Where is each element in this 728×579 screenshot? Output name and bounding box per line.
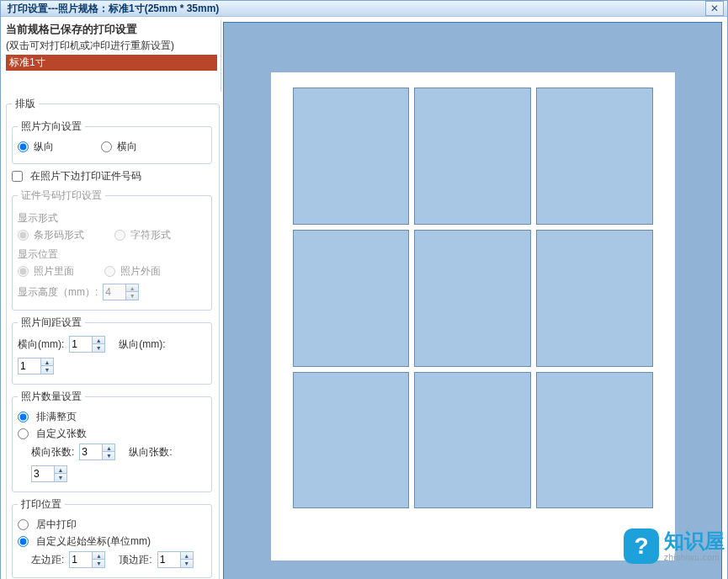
count-full-label[interactable]: 排满整页 — [36, 410, 77, 424]
count-full-radio[interactable] — [18, 412, 29, 422]
print-code-label[interactable]: 在照片下边打印证件号码 — [30, 169, 141, 183]
orientation-legend: 照片方向设置 — [18, 120, 85, 134]
spinner-down-icon[interactable]: ▼ — [93, 560, 104, 567]
spinner-down-icon[interactable]: ▼ — [41, 366, 53, 374]
orientation-landscape-label[interactable]: 横向 — [117, 140, 137, 154]
preview-panel — [221, 17, 727, 579]
position-center-label[interactable]: 居中打印 — [36, 518, 77, 532]
textform-label: 字符形式 — [130, 228, 171, 242]
watermark: ? 知识屋 zhishiwu.com — [624, 529, 725, 564]
spinner-down-icon[interactable]: ▼ — [181, 560, 193, 567]
position-top-input[interactable] — [158, 554, 180, 566]
close-icon: ✕ — [710, 3, 719, 14]
photo-cell — [293, 372, 410, 509]
position-group: 打印位置 居中打印 自定义起始坐标(单位mm) 左边距: ▲▼ 顶边距: ▲▼ — [12, 497, 212, 578]
print-settings-window: 打印设置---照片规格：标准1寸(25mm * 35mm) ✕ 当前规格已保存的… — [0, 0, 728, 579]
photo-cell — [293, 230, 410, 367]
spinner-up-icon[interactable]: ▲ — [181, 552, 193, 560]
spacing-v-input[interactable] — [19, 360, 40, 372]
display-height-spinner: ▲▼ — [103, 284, 139, 300]
count-h-label: 横向张数: — [31, 445, 74, 459]
close-button[interactable]: ✕ — [705, 1, 724, 16]
photo-cell — [536, 88, 653, 225]
print-code-checkbox[interactable] — [12, 171, 23, 182]
position-left-label: 左边距: — [31, 553, 64, 567]
count-group: 照片数量设置 排满整页 自定义张数 横向张数: ▲▼ 纵向张数: ▲▼ — [12, 390, 212, 492]
saved-item-selected[interactable]: 标准1寸 — [6, 55, 217, 71]
spinner-down-icon[interactable]: ▼ — [55, 474, 66, 481]
position-top-spinner[interactable]: ▲▼ — [157, 551, 194, 568]
layout-group: 排版 照片方向设置 纵向 横向 — [6, 97, 220, 579]
inside-label: 照片里面 — [34, 264, 74, 279]
spacing-v-label: 纵向(mm): — [119, 337, 165, 352]
spacing-h-label: 横向(mm): — [18, 337, 64, 352]
saved-settings-header: 当前规格已保存的打印设置 — [6, 20, 217, 39]
spinner-up-icon[interactable]: ▲ — [55, 466, 66, 474]
display-form-legend: 显示形式 — [18, 211, 206, 226]
position-custom-radio[interactable] — [18, 536, 29, 547]
count-h-input[interactable] — [80, 446, 102, 458]
watermark-cn: 知识屋 — [664, 530, 725, 552]
count-h-spinner[interactable]: ▲▼ — [79, 444, 115, 460]
count-legend: 照片数量设置 — [18, 390, 85, 404]
photo-cell — [414, 88, 531, 225]
orientation-landscape-radio[interactable] — [101, 141, 112, 152]
display-pos-legend: 显示位置 — [18, 247, 206, 262]
orientation-portrait-label[interactable]: 纵向 — [34, 140, 54, 154]
position-top-label: 顶边距: — [119, 553, 151, 567]
count-custom-label[interactable]: 自定义张数 — [36, 427, 87, 441]
count-v-spinner[interactable]: ▲▼ — [31, 465, 67, 482]
photo-cell — [414, 230, 531, 367]
code-settings-legend: 证件号码打印设置 — [18, 189, 105, 203]
spacing-h-spinner[interactable]: ▲▼ — [69, 336, 105, 353]
position-left-input[interactable] — [70, 554, 92, 566]
photo-cell — [293, 88, 410, 225]
photo-cell — [536, 230, 653, 367]
spinner-up-icon[interactable]: ▲ — [103, 444, 114, 452]
spacing-legend: 照片间距设置 — [18, 316, 85, 330]
orientation-group: 照片方向设置 纵向 横向 — [12, 120, 212, 164]
preview-frame — [223, 22, 722, 579]
count-v-input[interactable] — [32, 468, 54, 480]
photo-grid — [293, 88, 653, 508]
position-left-spinner[interactable]: ▲▼ — [69, 551, 105, 568]
photo-cell — [414, 372, 531, 509]
spinner-up-icon[interactable]: ▲ — [93, 552, 104, 560]
spinner-down-icon[interactable]: ▼ — [93, 344, 104, 352]
display-height-input — [104, 286, 125, 298]
display-height-label: 显示高度（mm）: — [18, 285, 98, 300]
saved-settings-list[interactable]: 标准1寸 — [6, 55, 217, 92]
spinner-up-icon[interactable]: ▲ — [41, 359, 53, 366]
photo-cell — [536, 372, 653, 509]
spacing-group: 照片间距设置 横向(mm): ▲▼ 纵向(mm): ▲▼ — [12, 316, 212, 385]
spinner-down-icon: ▼ — [126, 292, 138, 300]
spinner-up-icon[interactable]: ▲ — [93, 337, 104, 344]
position-custom-label[interactable]: 自定义起始坐标(单位mm) — [36, 534, 151, 549]
layout-legend: 排版 — [12, 97, 39, 111]
outside-radio — [104, 266, 115, 277]
spacing-v-spinner[interactable]: ▲▼ — [18, 358, 54, 374]
watermark-py: zhishiwu.com — [664, 553, 725, 562]
barcode-label: 条形码形式 — [34, 228, 84, 242]
textform-radio — [114, 230, 125, 241]
spinner-up-icon: ▲ — [126, 284, 138, 292]
content-area: 当前规格已保存的打印设置 (双击可对打印机或冲印进行重新设置) 标准1寸 排版 … — [1, 17, 727, 579]
barcode-radio — [18, 230, 29, 241]
count-v-label: 纵向张数: — [129, 445, 172, 459]
window-title: 打印设置---照片规格：标准1寸(25mm * 35mm) — [4, 2, 705, 16]
count-custom-radio[interactable] — [18, 428, 29, 439]
titlebar: 打印设置---照片规格：标准1寸(25mm * 35mm) ✕ — [1, 1, 727, 17]
position-center-radio[interactable] — [18, 519, 29, 530]
inside-radio — [18, 266, 29, 277]
spacing-h-input[interactable] — [70, 338, 92, 350]
preview-page — [271, 72, 675, 560]
question-icon: ? — [624, 529, 659, 564]
outside-label: 照片外面 — [120, 264, 161, 279]
position-legend: 打印位置 — [18, 497, 65, 512]
orientation-portrait-radio[interactable] — [18, 141, 29, 152]
spinner-down-icon[interactable]: ▼ — [103, 452, 114, 459]
saved-settings-hint: (双击可对打印机或冲印进行重新设置) — [6, 39, 217, 55]
code-settings-group: 证件号码打印设置 显示形式 条形码形式 字符形式 显示位置 照片里面 照片外面 — [12, 189, 212, 311]
left-panel: 当前规格已保存的打印设置 (双击可对打印机或冲印进行重新设置) 标准1寸 排版 … — [1, 17, 221, 579]
